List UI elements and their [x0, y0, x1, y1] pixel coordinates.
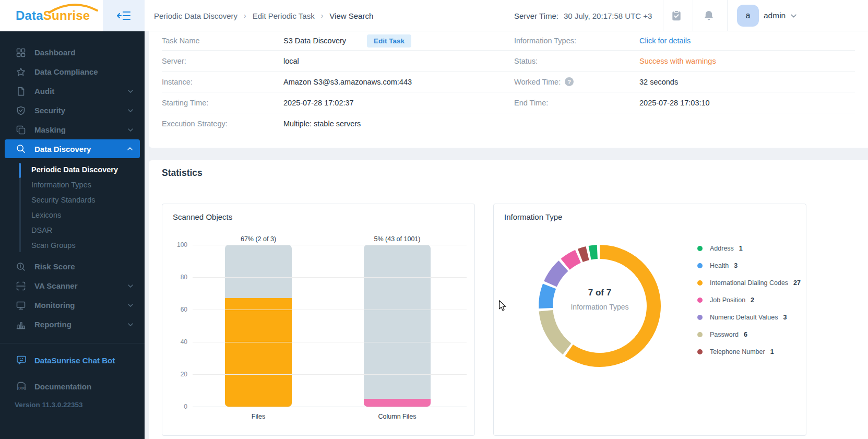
logo[interactable]: DataSunrise: [0, 0, 103, 31]
sidebar-item-dashboard[interactable]: Dashboard: [0, 43, 145, 62]
donut-segment-password[interactable]: [546, 311, 567, 349]
sidebar-subitem-scan-groups[interactable]: Scan Groups: [0, 238, 145, 253]
legend-label: Telephone Number: [710, 348, 765, 355]
sidebar-subitem-lexicons[interactable]: Lexicons: [0, 207, 145, 222]
end-time-value: 2025-07-28 17:03:10: [639, 99, 855, 107]
sidebar-item-data-discovery[interactable]: Data Discovery: [5, 139, 140, 158]
submenu-rail-active: [19, 163, 21, 178]
bar-scanned-fill: [364, 399, 431, 407]
sidebar-item-label: Dashboard: [34, 48, 75, 57]
user-menu[interactable]: admin: [764, 0, 786, 31]
edit-task-button[interactable]: Edit Task: [367, 34, 411, 48]
legend-item-telephone-number[interactable]: Telephone Number1: [697, 343, 801, 360]
search-icon: [16, 144, 26, 154]
donut-segment-telephone-number[interactable]: [580, 253, 588, 255]
statistics-card: Statistics Scanned Objects 67% (2 of 3) …: [149, 160, 868, 439]
legend-item-address[interactable]: Address1: [697, 240, 801, 257]
chevron-down-icon: [128, 109, 133, 112]
subitem-label: Scan Groups: [31, 241, 76, 250]
gridline: [193, 342, 467, 342]
server-time-value: 30 July, 20:17:58 UTC +3: [564, 11, 652, 20]
va-scanner-icon: [16, 281, 26, 291]
documentation-icon: DOC: [16, 381, 27, 392]
donut-segment-health[interactable]: [546, 286, 550, 308]
execution-strategy-value: Multiple: stable servers: [283, 120, 514, 128]
status-badge: Success with warnings: [639, 57, 716, 65]
chevron-down-icon: [128, 90, 133, 93]
sidebar-item-monitoring[interactable]: Monitoring: [0, 295, 145, 315]
legend-item-international-dialing-codes[interactable]: International Dialing Codes27: [697, 274, 801, 291]
avatar[interactable]: a: [737, 5, 759, 27]
bar-column-files[interactable]: [364, 245, 431, 407]
detail-label: Execution Strategy:: [162, 120, 283, 128]
sidebar-item-chat-bot[interactable]: DataSunrise Chat Bot: [0, 351, 145, 370]
legend-value: 6: [744, 331, 747, 338]
shield-check-icon: [16, 105, 26, 116]
bar-files[interactable]: [225, 245, 292, 407]
detail-label: Starting Time:: [162, 99, 283, 107]
legend-item-job-position[interactable]: Job Position2: [697, 291, 801, 309]
sidebar-item-documentation[interactable]: DOC Documentation: [0, 377, 145, 396]
legend-label: Health: [710, 262, 729, 269]
sidebar-subitem-periodic-data-discovery[interactable]: Periodic Data Discovery: [0, 162, 145, 177]
sidebar-subitem-dsar[interactable]: DSAR: [0, 222, 145, 238]
donut-segment-job-position[interactable]: [565, 256, 578, 264]
sidebar-item-va-scanner[interactable]: VA Scanner: [0, 276, 145, 295]
sidebar-item-data-compliance[interactable]: Data Compliance: [0, 62, 145, 81]
sidebar: DataSunrise Dashboard Data Compliance Au…: [0, 0, 145, 439]
user-menu-chevron-icon[interactable]: [791, 14, 796, 18]
dashboard-icon: [16, 48, 26, 58]
y-axis-tick: 40: [167, 338, 187, 346]
donut-center-text: 7 of 7 Information Types: [553, 288, 647, 311]
detail-label: Instance:: [162, 78, 283, 86]
sidebar-item-security[interactable]: Security: [0, 101, 145, 120]
detail-row-execution-strategy: Execution Strategy: Multiple: stable ser…: [162, 113, 855, 134]
information-types-details-link[interactable]: Click for details: [639, 37, 691, 45]
x-axis-label-column-files: Column Files: [345, 413, 449, 420]
worked-time-value: 32 seconds: [639, 78, 855, 86]
information-type-title: Information Type: [504, 212, 562, 221]
sidebar-item-label: Data Compliance: [34, 67, 98, 76]
sidebar-subitem-security-standards[interactable]: Security Standards: [0, 192, 145, 207]
legend-dot: [697, 332, 703, 337]
avatar-initial: a: [746, 11, 751, 20]
app-window: DataSunrise Dashboard Data Compliance Au…: [0, 0, 868, 439]
sidebar-item-label: Audit: [34, 87, 54, 96]
bar-remainder: [364, 245, 431, 407]
header-divider: [693, 0, 693, 31]
sidebar-item-reporting[interactable]: Reporting: [0, 315, 145, 334]
legend-dot: [697, 315, 703, 320]
sidebar-item-label: Security: [34, 106, 65, 115]
sidebar-collapse-button[interactable]: [103, 0, 145, 31]
donut-segment-numeric-default-values[interactable]: [550, 266, 563, 284]
chevron-down-icon: [128, 284, 133, 288]
breadcrumb-item[interactable]: Periodic Data Discovery: [154, 11, 237, 20]
donut-center-count: 7 of 7: [553, 288, 647, 298]
legend-item-password[interactable]: Password6: [697, 326, 801, 343]
sidebar-item-audit[interactable]: Audit: [0, 81, 145, 101]
legend-item-health[interactable]: Health3: [697, 257, 801, 274]
sidebar-item-masking[interactable]: Masking: [0, 120, 145, 139]
information-type-chart-card: Information Type 7 of 7 Information Type…: [493, 204, 806, 436]
legend-item-numeric-default-values[interactable]: Numeric Default Values3: [697, 309, 801, 326]
donut-segment-address[interactable]: [590, 252, 597, 253]
subitem-label: Information Types: [31, 181, 91, 189]
top-header: Periodic Data Discovery › Edit Periodic …: [145, 0, 868, 31]
worked-time-help-icon[interactable]: ?: [565, 77, 574, 86]
instance-value: Amazon S3@s3.amazonaws.com:443: [283, 78, 514, 86]
breadcrumb-item[interactable]: Edit Periodic Task: [253, 11, 315, 20]
subitem-label: Periodic Data Discovery: [31, 165, 118, 174]
y-axis-tick: 100: [167, 241, 187, 248]
legend-label: Password: [710, 331, 739, 338]
sidebar-item-risk-score[interactable]: Risk Score: [0, 257, 145, 276]
detail-label: Task Name: [162, 37, 283, 45]
notifications-bell-icon[interactable]: [703, 10, 715, 21]
breadcrumb-separator: ›: [244, 11, 246, 20]
task-details-card: Task Name S3 Data Discovery Edit Task In…: [149, 31, 868, 148]
legend-label: International Dialing Codes: [710, 279, 788, 287]
tasks-clipboard-icon[interactable]: [671, 10, 682, 21]
detail-label: Worked Time:: [514, 78, 561, 86]
sidebar-subitem-information-types[interactable]: Information Types: [0, 177, 145, 192]
server-value: local: [283, 57, 514, 65]
server-time-label: Server Time:: [514, 11, 558, 20]
